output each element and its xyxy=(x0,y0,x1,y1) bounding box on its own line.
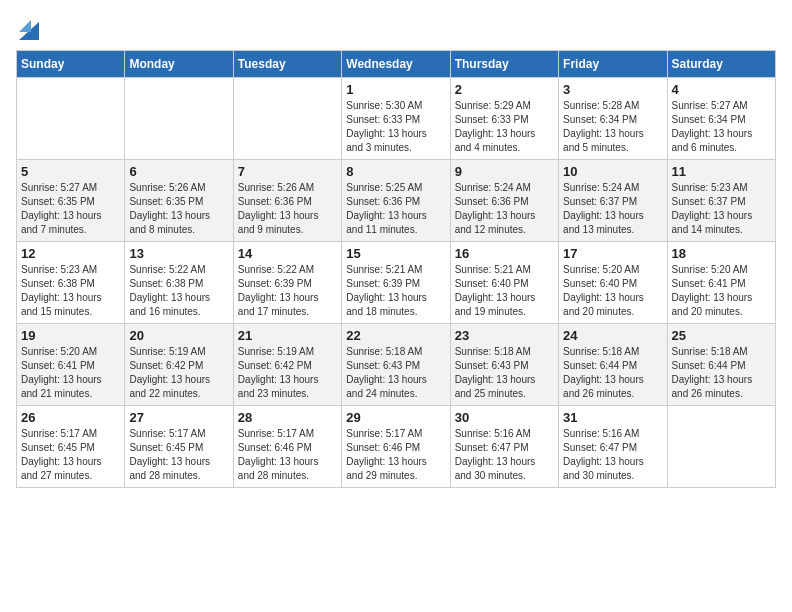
svg-marker-1 xyxy=(19,20,31,32)
day-info: Sunrise: 5:17 AM Sunset: 6:45 PM Dayligh… xyxy=(129,427,228,483)
week-row-4: 19Sunrise: 5:20 AM Sunset: 6:41 PM Dayli… xyxy=(17,324,776,406)
day-number: 5 xyxy=(21,164,120,179)
day-info: Sunrise: 5:22 AM Sunset: 6:39 PM Dayligh… xyxy=(238,263,337,319)
day-number: 22 xyxy=(346,328,445,343)
calendar-cell: 13Sunrise: 5:22 AM Sunset: 6:38 PM Dayli… xyxy=(125,242,233,324)
calendar-cell: 29Sunrise: 5:17 AM Sunset: 6:46 PM Dayli… xyxy=(342,406,450,488)
calendar-cell: 4Sunrise: 5:27 AM Sunset: 6:34 PM Daylig… xyxy=(667,78,775,160)
day-info: Sunrise: 5:24 AM Sunset: 6:36 PM Dayligh… xyxy=(455,181,554,237)
calendar-cell: 3Sunrise: 5:28 AM Sunset: 6:34 PM Daylig… xyxy=(559,78,667,160)
weekday-header-thursday: Thursday xyxy=(450,51,558,78)
day-number: 2 xyxy=(455,82,554,97)
day-number: 19 xyxy=(21,328,120,343)
day-info: Sunrise: 5:16 AM Sunset: 6:47 PM Dayligh… xyxy=(563,427,662,483)
day-number: 28 xyxy=(238,410,337,425)
day-number: 13 xyxy=(129,246,228,261)
calendar-cell: 18Sunrise: 5:20 AM Sunset: 6:41 PM Dayli… xyxy=(667,242,775,324)
day-info: Sunrise: 5:23 AM Sunset: 6:37 PM Dayligh… xyxy=(672,181,771,237)
day-info: Sunrise: 5:17 AM Sunset: 6:46 PM Dayligh… xyxy=(238,427,337,483)
calendar-cell: 8Sunrise: 5:25 AM Sunset: 6:36 PM Daylig… xyxy=(342,160,450,242)
day-info: Sunrise: 5:28 AM Sunset: 6:34 PM Dayligh… xyxy=(563,99,662,155)
day-number: 30 xyxy=(455,410,554,425)
logo xyxy=(16,16,39,40)
day-number: 21 xyxy=(238,328,337,343)
calendar-cell: 25Sunrise: 5:18 AM Sunset: 6:44 PM Dayli… xyxy=(667,324,775,406)
weekday-header-tuesday: Tuesday xyxy=(233,51,341,78)
calendar-cell xyxy=(17,78,125,160)
calendar-cell: 15Sunrise: 5:21 AM Sunset: 6:39 PM Dayli… xyxy=(342,242,450,324)
day-number: 29 xyxy=(346,410,445,425)
day-info: Sunrise: 5:27 AM Sunset: 6:34 PM Dayligh… xyxy=(672,99,771,155)
day-info: Sunrise: 5:27 AM Sunset: 6:35 PM Dayligh… xyxy=(21,181,120,237)
day-info: Sunrise: 5:24 AM Sunset: 6:37 PM Dayligh… xyxy=(563,181,662,237)
weekday-header-wednesday: Wednesday xyxy=(342,51,450,78)
day-info: Sunrise: 5:20 AM Sunset: 6:41 PM Dayligh… xyxy=(672,263,771,319)
page-header xyxy=(16,16,776,40)
weekday-header-sunday: Sunday xyxy=(17,51,125,78)
day-number: 31 xyxy=(563,410,662,425)
day-number: 4 xyxy=(672,82,771,97)
day-number: 27 xyxy=(129,410,228,425)
day-number: 8 xyxy=(346,164,445,179)
calendar-cell: 31Sunrise: 5:16 AM Sunset: 6:47 PM Dayli… xyxy=(559,406,667,488)
day-info: Sunrise: 5:17 AM Sunset: 6:46 PM Dayligh… xyxy=(346,427,445,483)
day-info: Sunrise: 5:16 AM Sunset: 6:47 PM Dayligh… xyxy=(455,427,554,483)
day-info: Sunrise: 5:18 AM Sunset: 6:43 PM Dayligh… xyxy=(455,345,554,401)
calendar-cell: 27Sunrise: 5:17 AM Sunset: 6:45 PM Dayli… xyxy=(125,406,233,488)
day-info: Sunrise: 5:18 AM Sunset: 6:44 PM Dayligh… xyxy=(672,345,771,401)
day-info: Sunrise: 5:20 AM Sunset: 6:41 PM Dayligh… xyxy=(21,345,120,401)
day-number: 17 xyxy=(563,246,662,261)
day-number: 6 xyxy=(129,164,228,179)
day-info: Sunrise: 5:19 AM Sunset: 6:42 PM Dayligh… xyxy=(238,345,337,401)
calendar-cell: 17Sunrise: 5:20 AM Sunset: 6:40 PM Dayli… xyxy=(559,242,667,324)
calendar-cell: 19Sunrise: 5:20 AM Sunset: 6:41 PM Dayli… xyxy=(17,324,125,406)
day-info: Sunrise: 5:22 AM Sunset: 6:38 PM Dayligh… xyxy=(129,263,228,319)
weekday-header-saturday: Saturday xyxy=(667,51,775,78)
day-number: 24 xyxy=(563,328,662,343)
day-info: Sunrise: 5:21 AM Sunset: 6:40 PM Dayligh… xyxy=(455,263,554,319)
day-number: 11 xyxy=(672,164,771,179)
day-number: 1 xyxy=(346,82,445,97)
day-number: 15 xyxy=(346,246,445,261)
calendar-table: SundayMondayTuesdayWednesdayThursdayFrid… xyxy=(16,50,776,488)
calendar-cell: 10Sunrise: 5:24 AM Sunset: 6:37 PM Dayli… xyxy=(559,160,667,242)
calendar-cell: 23Sunrise: 5:18 AM Sunset: 6:43 PM Dayli… xyxy=(450,324,558,406)
day-info: Sunrise: 5:26 AM Sunset: 6:35 PM Dayligh… xyxy=(129,181,228,237)
day-info: Sunrise: 5:20 AM Sunset: 6:40 PM Dayligh… xyxy=(563,263,662,319)
day-number: 20 xyxy=(129,328,228,343)
weekday-header-friday: Friday xyxy=(559,51,667,78)
day-number: 12 xyxy=(21,246,120,261)
day-number: 9 xyxy=(455,164,554,179)
calendar-cell: 6Sunrise: 5:26 AM Sunset: 6:35 PM Daylig… xyxy=(125,160,233,242)
day-info: Sunrise: 5:19 AM Sunset: 6:42 PM Dayligh… xyxy=(129,345,228,401)
calendar-cell: 21Sunrise: 5:19 AM Sunset: 6:42 PM Dayli… xyxy=(233,324,341,406)
calendar-cell: 16Sunrise: 5:21 AM Sunset: 6:40 PM Dayli… xyxy=(450,242,558,324)
day-info: Sunrise: 5:30 AM Sunset: 6:33 PM Dayligh… xyxy=(346,99,445,155)
day-number: 18 xyxy=(672,246,771,261)
week-row-2: 5Sunrise: 5:27 AM Sunset: 6:35 PM Daylig… xyxy=(17,160,776,242)
day-number: 14 xyxy=(238,246,337,261)
day-info: Sunrise: 5:21 AM Sunset: 6:39 PM Dayligh… xyxy=(346,263,445,319)
calendar-cell: 5Sunrise: 5:27 AM Sunset: 6:35 PM Daylig… xyxy=(17,160,125,242)
calendar-cell: 26Sunrise: 5:17 AM Sunset: 6:45 PM Dayli… xyxy=(17,406,125,488)
day-info: Sunrise: 5:26 AM Sunset: 6:36 PM Dayligh… xyxy=(238,181,337,237)
calendar-cell: 20Sunrise: 5:19 AM Sunset: 6:42 PM Dayli… xyxy=(125,324,233,406)
day-info: Sunrise: 5:18 AM Sunset: 6:43 PM Dayligh… xyxy=(346,345,445,401)
calendar-cell: 1Sunrise: 5:30 AM Sunset: 6:33 PM Daylig… xyxy=(342,78,450,160)
day-info: Sunrise: 5:18 AM Sunset: 6:44 PM Dayligh… xyxy=(563,345,662,401)
day-number: 7 xyxy=(238,164,337,179)
week-row-3: 12Sunrise: 5:23 AM Sunset: 6:38 PM Dayli… xyxy=(17,242,776,324)
calendar-cell: 2Sunrise: 5:29 AM Sunset: 6:33 PM Daylig… xyxy=(450,78,558,160)
calendar-cell xyxy=(667,406,775,488)
calendar-cell: 30Sunrise: 5:16 AM Sunset: 6:47 PM Dayli… xyxy=(450,406,558,488)
calendar-cell xyxy=(233,78,341,160)
day-number: 3 xyxy=(563,82,662,97)
day-number: 23 xyxy=(455,328,554,343)
day-number: 10 xyxy=(563,164,662,179)
weekday-header-monday: Monday xyxy=(125,51,233,78)
calendar-cell: 24Sunrise: 5:18 AM Sunset: 6:44 PM Dayli… xyxy=(559,324,667,406)
calendar-cell: 7Sunrise: 5:26 AM Sunset: 6:36 PM Daylig… xyxy=(233,160,341,242)
calendar-cell: 9Sunrise: 5:24 AM Sunset: 6:36 PM Daylig… xyxy=(450,160,558,242)
day-info: Sunrise: 5:23 AM Sunset: 6:38 PM Dayligh… xyxy=(21,263,120,319)
day-info: Sunrise: 5:17 AM Sunset: 6:45 PM Dayligh… xyxy=(21,427,120,483)
